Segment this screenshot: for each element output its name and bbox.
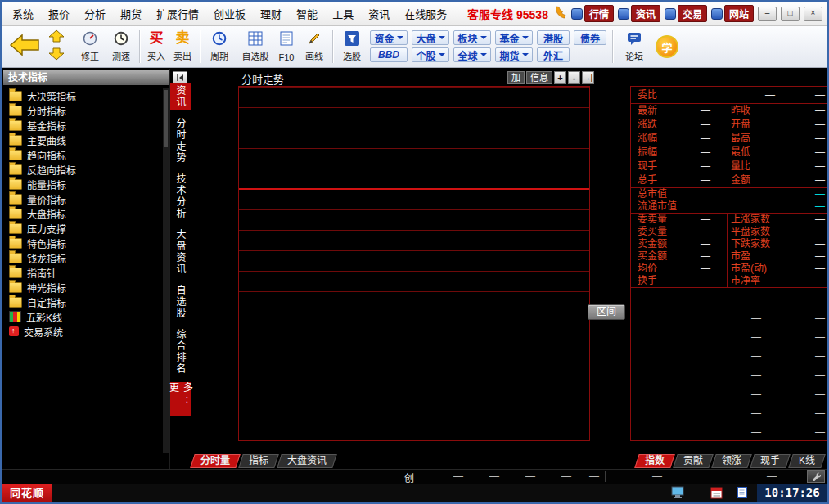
sidebar-item[interactable]: 趋向指标 (3, 147, 162, 162)
tab-contribution[interactable]: 贡献 (673, 454, 714, 468)
sidebar-item[interactable]: 神光指标 (3, 280, 162, 295)
settings-button[interactable] (807, 470, 825, 483)
ticker-value: — (589, 470, 599, 482)
sidebar-item[interactable]: 大盘指标 (3, 206, 162, 221)
minimize-button[interactable]: – (758, 7, 777, 21)
zoom-in-button[interactable]: + (554, 71, 566, 84)
correct-button[interactable]: 修正 (75, 29, 105, 64)
menu-item[interactable]: 资讯 (361, 6, 397, 21)
monitor-icon[interactable] (671, 486, 684, 502)
sidebar-item[interactable]: 五彩K线 (3, 309, 162, 324)
stock-picker-button[interactable]: 选股 (337, 29, 367, 64)
tab-volume[interactable]: 分时量 (190, 454, 241, 468)
f10-button[interactable]: F10 (275, 29, 298, 64)
tab-index[interactable]: 指数 (634, 454, 675, 468)
forum-button[interactable]: 论坛 (620, 29, 648, 64)
menu-item[interactable]: 系统 (5, 6, 41, 21)
study-button[interactable]: 学 (653, 29, 681, 64)
chevron-down-icon (480, 53, 487, 56)
vtab-news[interactable]: 资讯 (170, 83, 191, 110)
quick-link-quotes[interactable]: 行情 (571, 5, 614, 22)
tab-market-news[interactable]: 大盘资讯 (277, 454, 337, 468)
watchlist-button[interactable]: 自选股 (237, 29, 273, 64)
vtab-intraday[interactable]: 分时走势 (170, 115, 191, 166)
vtab-ranking[interactable]: 综合排名 (170, 326, 191, 377)
quick-link-label: 资讯 (631, 5, 660, 22)
sidebar-item[interactable]: 自定指标 (3, 295, 162, 309)
nav-up-down[interactable] (46, 29, 67, 64)
quote-label: 委卖量 (638, 214, 667, 226)
hk-stock-button[interactable]: 港股 (537, 30, 570, 45)
menu-item[interactable]: 工具 (325, 6, 361, 21)
folder-icon (9, 106, 22, 116)
sidebar-item[interactable]: 钱龙指标 (3, 250, 162, 265)
sell-button[interactable]: 卖 卖出 (170, 29, 195, 64)
vtab-market-news[interactable]: 大盘资讯 (170, 227, 191, 277)
sidebar-item[interactable]: 指南针 (3, 265, 162, 280)
vtab-technical[interactable]: 技术分析 (170, 171, 191, 222)
quick-link-trade[interactable]: 交易 (665, 5, 707, 22)
sector-dropdown[interactable]: 板块 (453, 30, 491, 45)
maximize-button[interactable]: □ (781, 7, 800, 21)
range-button[interactable]: 区间 (588, 304, 625, 320)
add-button[interactable]: 加 (507, 71, 525, 84)
fund-dropdown[interactable]: 基金 (495, 30, 533, 45)
notebook-icon[interactable] (736, 486, 748, 502)
speed-test-button[interactable]: 测速 (106, 29, 136, 64)
quote-label: 买金额 (638, 250, 667, 263)
quick-link-website[interactable]: 网站 (711, 5, 754, 22)
draw-line-button[interactable]: 画线 (300, 29, 329, 64)
global-dropdown[interactable]: 全球 (453, 47, 491, 62)
menu-item[interactable]: 分析 (77, 6, 113, 21)
sidebar-item[interactable]: 特色指标 (3, 236, 162, 250)
sidebar-item[interactable]: 分时指标 (3, 103, 162, 118)
vtab-watchlist[interactable]: 自选股 (170, 282, 191, 322)
back-button[interactable] (7, 29, 43, 64)
info-button[interactable]: 信息 (526, 71, 552, 84)
menu-item[interactable]: 理财 (253, 6, 289, 21)
indicator-tree: 大决策指标 分时指标 基金指标 主要曲线 趋向指标 反趋向指标 能量指标 量价指… (3, 88, 162, 339)
market-dropdown[interactable]: 大盘 (412, 30, 449, 45)
quote-value: — (815, 331, 825, 343)
menu-item[interactable]: 智能 (289, 6, 325, 21)
quick-link-news[interactable]: 资讯 (618, 5, 660, 22)
tab-indicator[interactable]: 指标 (238, 454, 279, 468)
clock-display: 10:17:26 (757, 484, 827, 502)
tab-kline[interactable]: K线 (788, 454, 826, 468)
funds-dropdown[interactable]: 资金 (370, 30, 408, 45)
sidebar-item[interactable]: 反趋向指标 (3, 162, 162, 177)
tab-current-volume[interactable]: 现手 (750, 454, 791, 468)
menu-item[interactable]: 期货 (113, 6, 149, 21)
menu-item[interactable]: 扩展行情 (149, 6, 206, 21)
futures-dropdown[interactable]: 期货 (495, 47, 533, 62)
sidebar-item[interactable]: 压力支撑 (3, 221, 162, 236)
sidebar-item[interactable]: 基金指标 (3, 118, 162, 133)
quote-label: 总市值 (638, 188, 667, 200)
bond-button[interactable]: 债券 (574, 30, 606, 45)
sidebar-item[interactable]: 能量指标 (3, 177, 162, 191)
menu-item[interactable]: 在线服务 (397, 6, 454, 21)
quote-value: — (815, 369, 825, 380)
stock-dropdown[interactable]: 个股 (412, 47, 449, 62)
bbd-button[interactable]: BBD (370, 47, 408, 62)
collapse-panel-button[interactable] (173, 71, 187, 83)
calendar-icon[interactable] (710, 486, 723, 502)
sidebar-item[interactable]: 大决策指标 (3, 88, 162, 103)
sidebar-item[interactable]: 主要曲线 (3, 133, 162, 147)
menu-item[interactable]: 报价 (41, 6, 77, 21)
sidebar-item[interactable]: 量价指标 (3, 191, 162, 206)
tab-gainers[interactable]: 领涨 (711, 454, 752, 468)
folder-icon (9, 297, 22, 308)
sidebar-item[interactable]: 交易系统 (3, 324, 162, 339)
menu-item[interactable]: 创业板 (206, 6, 253, 21)
period-button[interactable]: 周期 (205, 29, 234, 64)
forex-button[interactable]: 外汇 (537, 47, 570, 62)
zoom-out-button[interactable]: - (568, 71, 580, 84)
vtab-more[interactable]: 更多: (170, 382, 191, 416)
market-label: 大盘 (416, 31, 435, 45)
quote-value: — (815, 132, 825, 146)
next-page-button[interactable]: →| (582, 71, 594, 84)
quote-label: 换手 (638, 275, 657, 287)
buy-button[interactable]: 买 买入 (144, 29, 169, 64)
close-button[interactable]: × (804, 7, 822, 21)
